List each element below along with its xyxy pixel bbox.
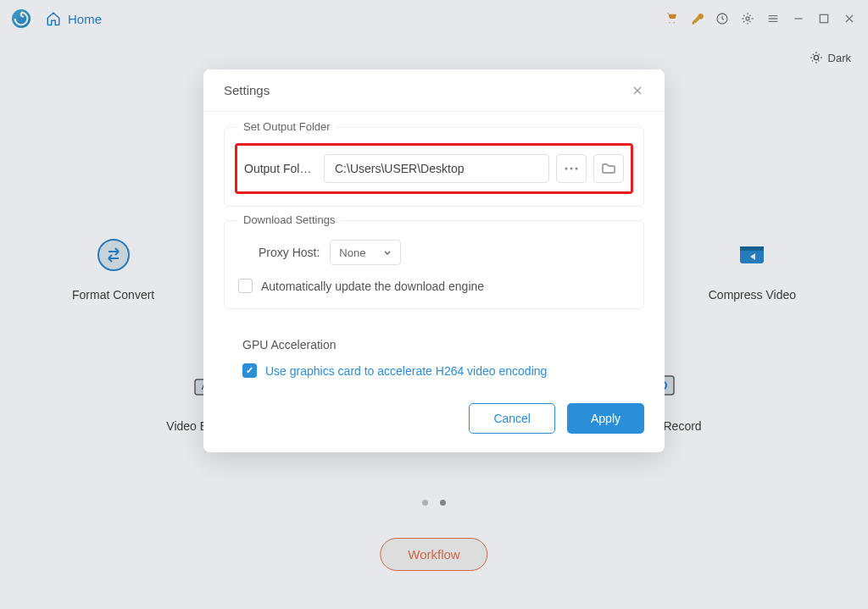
modal-title: Settings: [224, 83, 270, 97]
gpu-accel-label: Use graphics card to accelerate H264 vid…: [265, 364, 547, 378]
cancel-button[interactable]: Cancel: [469, 403, 555, 434]
output-folder-label: Output Fold…: [244, 162, 317, 175]
proxy-label: Proxy Host:: [259, 246, 320, 259]
gpu-accel-row[interactable]: Use graphics card to accelerate H264 vid…: [242, 363, 626, 378]
auto-update-row[interactable]: Automatically update the download engine: [238, 279, 630, 293]
more-button[interactable]: [556, 154, 587, 183]
proxy-select[interactable]: None: [330, 240, 401, 265]
browse-button[interactable]: [593, 154, 624, 183]
close-icon[interactable]: [631, 84, 644, 97]
auto-update-label: Automatically update the download engine: [261, 280, 484, 293]
modal-body: Set Output Folder Output Fold…: [203, 112, 665, 391]
section-title: Set Output Folder: [238, 120, 336, 133]
ellipsis-icon: [565, 167, 578, 170]
chevron-down-icon: [383, 248, 392, 257]
output-folder-input[interactable]: [324, 154, 549, 183]
modal-header: Settings: [203, 69, 665, 112]
gpu-title: GPU Acceleration: [242, 338, 626, 352]
gpu-section: GPU Acceleration Use graphics card to ac…: [224, 323, 644, 388]
download-settings-section: Download Settings Proxy Host: None Autom…: [224, 220, 644, 309]
output-folder-section: Set Output Folder Output Fold…: [224, 127, 644, 207]
svg-point-13: [570, 168, 573, 170]
auto-update-checkbox[interactable]: [238, 279, 253, 293]
proxy-value: None: [339, 246, 365, 259]
svg-point-14: [576, 168, 578, 170]
modal-footer: Cancel Apply: [203, 391, 665, 452]
highlight-annotation: Output Fold…: [235, 143, 633, 194]
svg-point-12: [565, 168, 568, 170]
output-folder-row: Output Fold…: [244, 154, 624, 183]
proxy-row: Proxy Host: None: [238, 240, 630, 265]
gpu-accel-checkbox[interactable]: [242, 363, 257, 378]
settings-modal: Settings Set Output Folder Output Fold…: [203, 69, 665, 452]
apply-button[interactable]: Apply: [567, 403, 644, 434]
section-title: Download Settings: [238, 213, 340, 226]
folder-icon: [602, 163, 615, 174]
